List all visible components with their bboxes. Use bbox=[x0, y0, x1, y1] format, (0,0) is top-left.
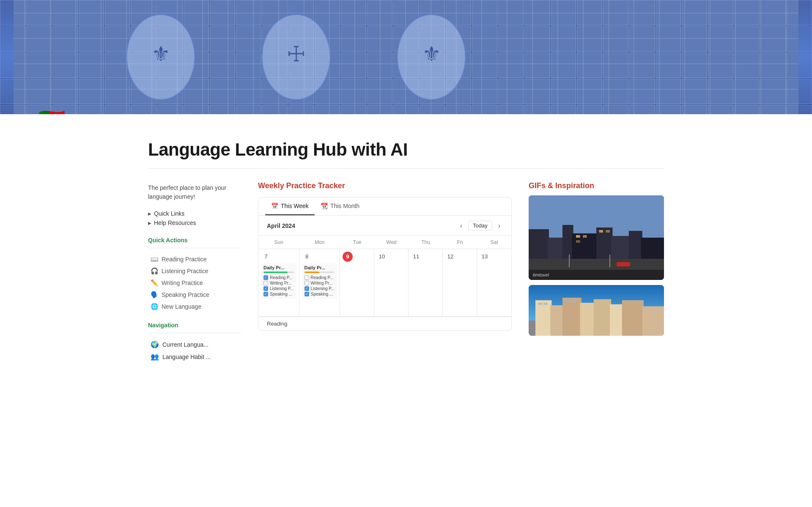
check-listening-7-label: Listening P... bbox=[270, 286, 294, 291]
tracker-card: 📅 This Week 📆 This Month April 2024 ‹ To… bbox=[258, 197, 512, 331]
main-layout: The perfect place to plan your language … bbox=[148, 181, 664, 363]
chevron-right-icon-2: ▶ bbox=[148, 221, 151, 225]
globe-icon: 🌐 bbox=[151, 303, 158, 310]
center-content: Weekly Practice Tracker 📅 This Week 📆 Th… bbox=[258, 181, 512, 331]
quick-action-new-language[interactable]: 🌐 New Language bbox=[148, 301, 241, 312]
quick-action-speaking[interactable]: 🗣️ Speaking Practice bbox=[148, 289, 241, 301]
this-month-label: This Month bbox=[330, 203, 359, 209]
gifs-title: GIFs & Inspiration bbox=[529, 181, 664, 190]
svg-rect-25 bbox=[606, 230, 610, 233]
quick-action-listening[interactable]: 🎧 Listening Practice bbox=[148, 265, 241, 277]
quick-action-writing[interactable]: ✏️ Writing Practice bbox=[148, 277, 241, 289]
checkbox-reading-8[interactable] bbox=[304, 275, 309, 280]
calendar-cell-7[interactable]: 7 Daily Pr... ✓ Reading P... bbox=[258, 249, 299, 317]
svg-rect-31 bbox=[580, 303, 595, 336]
cal-date-8: 8 bbox=[302, 252, 312, 262]
writing-practice-label: Writing Practice bbox=[162, 280, 203, 286]
reading-practice-label: Reading Practice bbox=[162, 256, 207, 263]
daily-title-7: Daily Pr... bbox=[263, 265, 294, 270]
tab-this-week[interactable]: 📅 This Week bbox=[265, 197, 315, 215]
check-speaking-8[interactable]: ✓ Speaking ... bbox=[304, 292, 335, 296]
svg-rect-38 bbox=[565, 300, 569, 302]
cal-date-13: 13 bbox=[480, 252, 490, 262]
svg-rect-18 bbox=[617, 262, 630, 266]
cal-date-11: 11 bbox=[411, 252, 421, 262]
checkbox-writing-8[interactable] bbox=[304, 281, 309, 285]
calendar-cell-9[interactable]: 9 bbox=[340, 249, 374, 317]
calendar-cell-8[interactable]: 8 Daily Pr... Reading P... bbox=[299, 249, 340, 317]
checkbox-speaking-7[interactable]: ✓ bbox=[263, 292, 268, 296]
check-speaking-7[interactable]: ✓ Speaking ... bbox=[263, 292, 294, 296]
svg-rect-30 bbox=[562, 298, 582, 336]
svg-rect-35 bbox=[642, 306, 664, 336]
day-header-sat: Sat bbox=[477, 236, 511, 249]
check-reading-7[interactable]: ✓ Reading P... bbox=[263, 275, 294, 280]
next-month-button[interactable]: › bbox=[496, 221, 503, 230]
svg-rect-36 bbox=[538, 303, 542, 305]
day-header-wed: Wed bbox=[374, 236, 409, 249]
flag-emoji: 🇵🇹 bbox=[38, 108, 66, 114]
svg-rect-23 bbox=[576, 240, 580, 243]
check-writing-7[interactable]: Writing Pr... bbox=[263, 281, 294, 285]
speech-icon: 🗣️ bbox=[151, 291, 158, 299]
book-icon: 📖 bbox=[151, 255, 158, 263]
check-speaking-7-label: Speaking ... bbox=[270, 292, 292, 296]
svg-rect-32 bbox=[594, 299, 612, 336]
check-reading-8-label: Reading P... bbox=[311, 275, 334, 280]
calendar-cell-10[interactable]: 10 bbox=[374, 249, 409, 317]
svg-text:⚜: ⚜ bbox=[151, 42, 170, 66]
new-language-label: New Language bbox=[162, 303, 201, 310]
today-button[interactable]: Today bbox=[468, 221, 492, 230]
tab-this-month[interactable]: 📆 This Month bbox=[315, 197, 365, 215]
sidebar-item-help-resources[interactable]: ▶ Help Resources bbox=[148, 218, 241, 227]
check-listening-8-label: Listening P... bbox=[311, 286, 335, 291]
nav-current-language[interactable]: 🌍 Current Langua... bbox=[148, 338, 241, 351]
day-header-thu: Thu bbox=[409, 236, 443, 249]
hero-banner: ⚜ ☩ ⚜ 🇵🇹 bbox=[0, 0, 812, 114]
speaking-practice-label: Speaking Practice bbox=[162, 291, 209, 298]
cal-date-10: 10 bbox=[377, 252, 387, 262]
help-resources-label: Help Resources bbox=[154, 219, 196, 226]
language-habit-label: Language Habit ... bbox=[162, 354, 211, 360]
calendar-cell-12[interactable]: 12 bbox=[443, 249, 477, 317]
tracker-tabs: 📅 This Week 📆 This Month bbox=[258, 197, 511, 216]
calendar-grid: Sun Mon Tue Wed Thu Fri Sat 7 Daily Pr..… bbox=[258, 236, 511, 317]
progress-fill-7 bbox=[263, 271, 288, 273]
calendar-cell-13[interactable]: 13 bbox=[477, 249, 511, 317]
sidebar-item-quick-links[interactable]: ▶ Quick Links bbox=[148, 209, 241, 218]
page-content: Language Learning Hub with AI The perfec… bbox=[110, 114, 702, 363]
checkbox-reading-7[interactable]: ✓ bbox=[263, 275, 268, 280]
checkbox-speaking-8[interactable]: ✓ bbox=[304, 292, 309, 296]
nav-language-habit[interactable]: 👥 Language Habit ... bbox=[148, 351, 241, 363]
check-listening-7[interactable]: ✓ Listening P... bbox=[263, 286, 294, 291]
tracker-section-title: Weekly Practice Tracker bbox=[258, 181, 512, 190]
city-illustration-2 bbox=[529, 285, 664, 336]
svg-text:⚜: ⚜ bbox=[422, 42, 441, 66]
svg-rect-34 bbox=[622, 300, 644, 336]
checkbox-listening-8[interactable]: ✓ bbox=[304, 286, 309, 291]
this-week-label: This Week bbox=[281, 203, 309, 209]
check-writing-8[interactable]: Writing Pr... bbox=[304, 281, 335, 285]
cal-date-7: 7 bbox=[261, 252, 271, 262]
quick-action-reading[interactable]: 📖 Reading Practice bbox=[148, 253, 241, 265]
check-reading-8[interactable]: Reading P... bbox=[304, 275, 335, 280]
reading-label-row: Reading bbox=[258, 317, 511, 330]
cal-date-12: 12 bbox=[445, 252, 455, 262]
day-header-fri: Fri bbox=[443, 236, 477, 249]
quick-links-label: Quick Links bbox=[154, 210, 184, 217]
gif-card-2 bbox=[529, 285, 664, 336]
daily-entry-7: Daily Pr... ✓ Reading P... Writing Pr... bbox=[261, 263, 296, 299]
check-listening-8[interactable]: ✓ Listening P... bbox=[304, 286, 335, 291]
checkbox-writing-7[interactable] bbox=[263, 281, 268, 285]
cal-date-9: 9 bbox=[343, 252, 353, 262]
svg-rect-21 bbox=[576, 235, 580, 238]
navigation-title: Navigation bbox=[148, 322, 241, 329]
current-language-label: Current Langua... bbox=[162, 341, 208, 348]
sidebar: The perfect place to plan your language … bbox=[148, 181, 241, 363]
group-icon: 👥 bbox=[151, 353, 159, 361]
reading-label: Reading bbox=[267, 321, 287, 327]
calendar-cell-11[interactable]: 11 bbox=[409, 249, 443, 317]
progress-bar-8 bbox=[304, 271, 335, 273]
prev-month-button[interactable]: ‹ bbox=[458, 221, 465, 230]
checkbox-listening-7[interactable]: ✓ bbox=[263, 286, 268, 291]
